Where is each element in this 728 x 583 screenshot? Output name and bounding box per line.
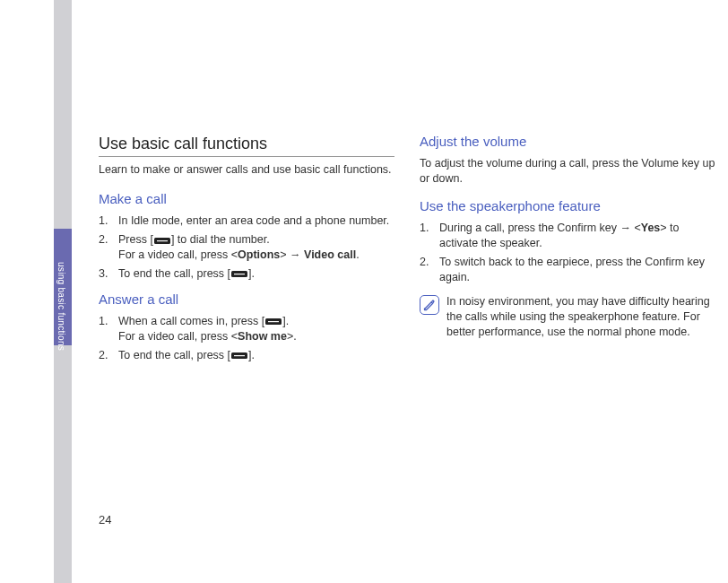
make-call-step-2: Press [] to dial the number. For a video… — [99, 232, 394, 263]
end-key-icon — [231, 270, 247, 278]
step-text: ]. — [248, 349, 255, 361]
end-key-icon — [231, 352, 247, 360]
step-text: To end the call, press [ — [118, 267, 230, 280]
speaker-step-2: To switch back to the earpiece, press th… — [420, 255, 715, 285]
video-call-label: Video call — [304, 248, 356, 261]
section-intro: Learn to make or answer calls and use ba… — [99, 162, 394, 178]
svg-rect-1 — [157, 240, 168, 241]
make-call-steps: In Idle mode, enter an area code and a p… — [99, 213, 394, 282]
make-call-step-1: In Idle mode, enter an area code and a p… — [99, 213, 394, 229]
step-text: To end the call, press [ — [118, 349, 230, 361]
step-text: >. — [287, 330, 297, 343]
step-text: ]. — [248, 267, 255, 280]
yes-label: Yes — [641, 222, 661, 234]
step-text: For a video call, press < — [118, 248, 238, 261]
page-number: 24 — [99, 513, 111, 526]
subsection-answer-call: Answer a call — [99, 291, 394, 309]
step-text: > → — [280, 248, 304, 261]
answer-call-step-2: To end the call, press []. — [99, 348, 394, 363]
svg-rect-3 — [234, 274, 245, 274]
note-text: In noisy environment, you may have diffi… — [446, 294, 715, 340]
call-key-icon — [154, 237, 170, 245]
step-text: When a call comes in, press [ — [118, 315, 264, 327]
make-call-step-3: To end the call, press []. — [99, 266, 394, 282]
step-text: ]. — [282, 315, 289, 327]
svg-rect-7 — [234, 355, 245, 356]
subsection-speakerphone: Use the speakerphone feature — [420, 197, 715, 215]
svg-rect-5 — [268, 321, 279, 322]
section-title: Use basic call functions — [99, 133, 394, 157]
note-icon — [420, 295, 439, 315]
speakerphone-steps: During a call, press the Confirm key → <… — [420, 221, 715, 285]
answer-call-step-1: When a call comes in, press []. For a vi… — [99, 314, 394, 344]
step-text: Press [ — [118, 233, 153, 246]
step-text: . — [356, 248, 359, 261]
options-label: Options — [238, 248, 280, 261]
show-me-label: Show me — [238, 330, 287, 343]
note-block: In noisy environment, you may have diffi… — [420, 294, 715, 340]
volume-body: To adjust the volume during a call, pres… — [420, 156, 715, 187]
speaker-step-1: During a call, press the Confirm key → <… — [420, 221, 715, 251]
subsection-make-call: Make a call — [99, 190, 394, 208]
step-text: ] to dial the number. — [171, 233, 270, 246]
call-key-icon — [265, 318, 282, 326]
page-content: Use basic call functions Learn to make o… — [99, 133, 717, 372]
answer-call-steps: When a call comes in, press []. For a vi… — [99, 314, 394, 363]
step-text: During a call, press the Confirm key → < — [439, 222, 641, 234]
sidebar-section-label: using basic functions — [56, 262, 66, 351]
subsection-adjust-volume: Adjust the volume — [420, 133, 715, 151]
step-text: For a video call, press < — [118, 330, 238, 343]
column-left: Use basic call functions Learn to make o… — [99, 133, 394, 372]
column-right: Adjust the volume To adjust the volume d… — [420, 133, 715, 372]
